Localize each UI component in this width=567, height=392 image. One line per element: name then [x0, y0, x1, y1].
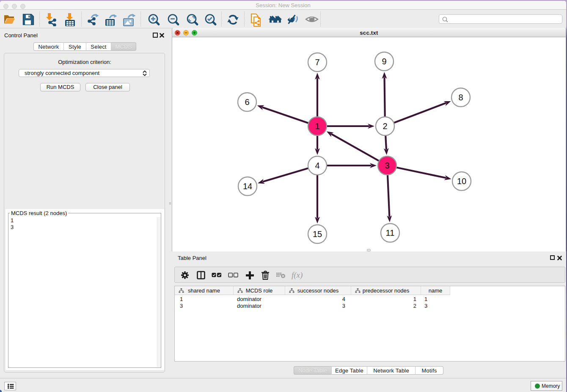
svg-text:6: 6 — [245, 97, 249, 107]
svg-text:3: 3 — [385, 161, 389, 170]
svg-text:14: 14 — [243, 182, 252, 191]
svg-text:7: 7 — [315, 58, 319, 67]
svg-text:10: 10 — [457, 177, 466, 186]
svg-text:9: 9 — [382, 57, 386, 66]
svg-text:11: 11 — [386, 228, 395, 237]
svg-text:4: 4 — [315, 161, 319, 170]
svg-text:1: 1 — [315, 121, 319, 131]
svg-text:8: 8 — [458, 93, 463, 102]
svg-text:15: 15 — [313, 229, 322, 239]
svg-text:2: 2 — [383, 121, 387, 131]
